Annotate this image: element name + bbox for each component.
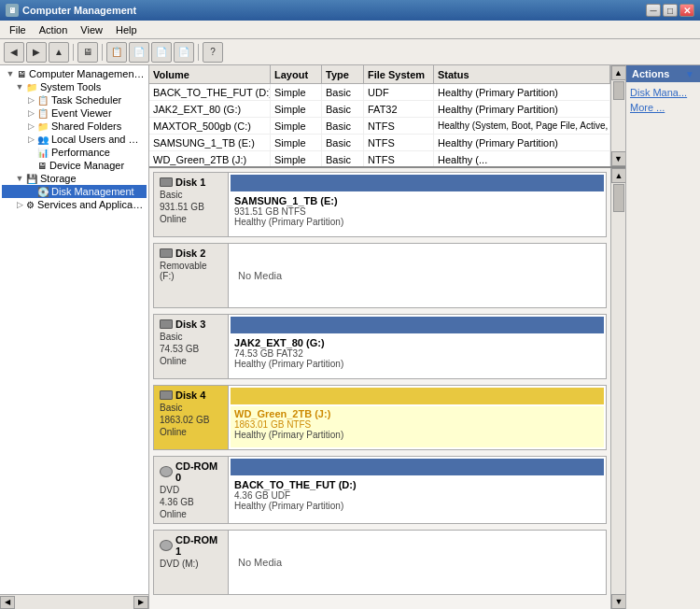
disk-name-1: Disk 1 [175,177,205,188]
toolbar-help[interactable]: ? [203,42,223,63]
toolbar-btn4[interactable]: 📄 [174,42,194,63]
cell-volume-0: BACK_TO_THE_FUT (D:) [149,84,271,100]
cell-fs-1: FAT32 [364,101,434,117]
vscroll-down[interactable]: ▼ [611,151,626,166]
vscroll-up[interactable]: ▲ [611,65,626,80]
disk-item-3: Disk 3 Basic 74.53 GB Online JAK2_EXT_80… [153,314,607,379]
disk-bar-1[interactable] [231,175,604,191]
partition-detail-cdrom0: 4.36 GB UDF [234,490,600,501]
minimize-button[interactable]: ─ [646,4,661,17]
sidebar-item-computer[interactable]: ▼ 🖥 Computer Management (Local [2,67,147,80]
cell-layout-3: Simple [271,135,322,150]
disk-type-1: Basic [160,190,222,200]
partition-detail-3: 74.53 GB FAT32 [234,348,600,359]
menu-help[interactable]: Help [110,22,143,37]
sidebar-label-storage: Storage [40,173,77,184]
disk-label-3: Disk 3 Basic 74.53 GB Online [154,315,229,378]
sidebar-item-devicemgr[interactable]: 🖥 Device Manager [2,159,147,172]
actions-expand-icon[interactable]: ▼ [685,69,694,79]
partition-detail-1: 931.51 GB NTFS [234,206,600,217]
table-row[interactable]: BACK_TO_THE_FUT (D:) Simple Basic UDF He… [149,84,610,101]
hscroll-left[interactable]: ◀ [0,596,15,609]
expand-icon: ▷ [24,108,37,118]
title-bar-left: 🖥 Computer Management [6,4,136,17]
maximize-button[interactable]: □ [663,4,678,17]
menu-view[interactable]: View [75,22,108,37]
vscroll-track [611,80,625,151]
sidebar-label-eventviewer: Event Viewer [51,107,112,119]
table-vscrollbar[interactable]: ▲ ▼ [610,65,625,166]
cdrom-icon-0 [160,466,173,477]
sidebar-item-servicesapps[interactable]: ▷ ⚙ Services and Applications [2,198,147,211]
disk-name-row-2: Disk 2 [160,248,222,259]
expand-icon: ▼ [4,69,17,78]
disk-bar-cdrom0[interactable] [231,459,604,475]
disk-partitions-cdrom1: No Media [229,531,606,594]
partition-detail-4: 1863.01 GB NTFS [234,419,600,430]
eventviewer-icon: 📋 [37,108,49,119]
disk-vscroll-down[interactable]: ▼ [611,594,625,609]
sidebar-item-eventviewer[interactable]: ▷ 📋 Event Viewer [2,106,147,120]
sidebar-item-sharedfolders[interactable]: ▷ 📁 Shared Folders [2,120,147,133]
vscroll-thumb[interactable] [613,81,624,100]
toolbar-up[interactable]: ▲ [49,42,69,63]
table-row[interactable]: WD_Green_2TB (J:) Simple Basic NTFS Heal… [149,151,610,166]
partition-content-cdrom0[interactable]: BACK_TO_THE_FUT (D:) 4.36 GB UDF Healthy… [231,477,604,521]
menu-file[interactable]: File [4,22,32,37]
partition-content-4[interactable]: WD_Green_2TB (J:) 1863.01 GB NTFS Health… [231,406,604,447]
sidebar-item-taskscheduler[interactable]: ▷ 📋 Task Scheduler [2,93,147,106]
action-link-more[interactable]: More ... [630,101,696,114]
actions-title: Actions [632,68,669,79]
toolbar-btn2[interactable]: 📄 [129,42,149,63]
disk-vscrollbar[interactable]: ▲ ▼ [610,168,625,609]
sidebar-item-performance[interactable]: 📊 Performance [2,146,147,159]
col-filesystem: File System [364,65,434,83]
disk-bar-3[interactable] [231,317,604,333]
disk-status-4: Online [160,427,222,437]
disk-hdd-icon-2 [160,248,173,258]
table-row[interactable]: JAK2_EXT_80 (G:) Simple Basic FAT32 Heal… [149,101,610,118]
disk-type-4: Basic [160,403,222,413]
toolbar: ◀ ▶ ▲ 🖥 📋 📄 📄 📄 ? [0,39,700,65]
disk-type-cdrom0: DVD [160,485,222,495]
cell-type-0: Basic [322,84,364,100]
disk-vscroll-thumb[interactable] [613,184,624,212]
action-link-diskmgmt[interactable]: Disk Mana... [630,86,696,99]
cell-layout-2: Simple [271,118,322,134]
close-button[interactable]: ✕ [679,4,694,17]
expand-icon: ▷ [24,121,37,131]
disk-vscroll-up[interactable]: ▲ [611,168,625,183]
sidebar-label-systemtools: System Tools [40,81,101,92]
sidebar-item-systemtools[interactable]: ▼ 📁 System Tools [2,80,147,93]
hscroll-right[interactable]: ▶ [133,596,148,609]
cell-status-3: Healthy (Primary Partition) [434,135,610,150]
disk-item-cdrom0: CD-ROM 0 DVD 4.36 GB Online BACK_TO_THE_… [153,456,607,524]
disk-name-cdrom1: CD-ROM 1 [175,534,222,557]
disk-list: Disk 1 Basic 931.51 GB Online SAMSUNG_1 [153,172,607,605]
toolbar-forward[interactable]: ▶ [26,42,47,63]
partition-content-3[interactable]: JAK2_EXT_80 (G:) 74.53 GB FAT32 Healthy … [231,335,604,376]
toolbar-show-hide[interactable]: 🖥 [77,42,98,63]
partition-content-1[interactable]: SAMSUNG_1_TB (E:) 931.51 GB NTFS Healthy… [231,193,604,234]
menu-action[interactable]: Action [34,22,74,37]
disk-size-4: 1863.02 GB [160,415,222,425]
app-icon: 🖥 [6,4,19,17]
disk-partitions-3: JAK2_EXT_80 (G:) 74.53 GB FAT32 Healthy … [229,315,606,378]
toolbar-back[interactable]: ◀ [4,42,24,63]
table-row[interactable]: MAXTOR_500gb (C:) Simple Basic NTFS Heal… [149,118,610,135]
disk-type-cdrom1: DVD (M:) [160,559,222,569]
disk-name-row-3: Disk 3 [160,319,222,330]
disk-area: Disk 1 Basic 931.51 GB Online SAMSUNG_1 [149,168,610,609]
toolbar-btn3[interactable]: 📄 [151,42,172,63]
toolbar-btn1[interactable]: 📋 [106,42,127,63]
table-row[interactable]: SAMSUNG_1_TB (E:) Simple Basic NTFS Heal… [149,135,610,151]
sidebar-hscrollbar[interactable]: ◀ ▶ [0,594,148,609]
disk-hdd-icon-4 [160,390,173,400]
partition-name-4: WD_Green_2TB (J:) [234,408,600,419]
storage-icon: 💾 [26,174,37,184]
disk-bar-4[interactable] [231,388,604,404]
sidebar-item-localusers[interactable]: ▷ 👥 Local Users and Groups [2,133,147,146]
sidebar-item-storage[interactable]: ▼ 💾 Storage [2,172,147,185]
sidebar-item-diskmgmt[interactable]: 💽 Disk Management [2,185,147,198]
main-layout: ▼ 🖥 Computer Management (Local ▼ 📁 Syste… [0,65,700,609]
